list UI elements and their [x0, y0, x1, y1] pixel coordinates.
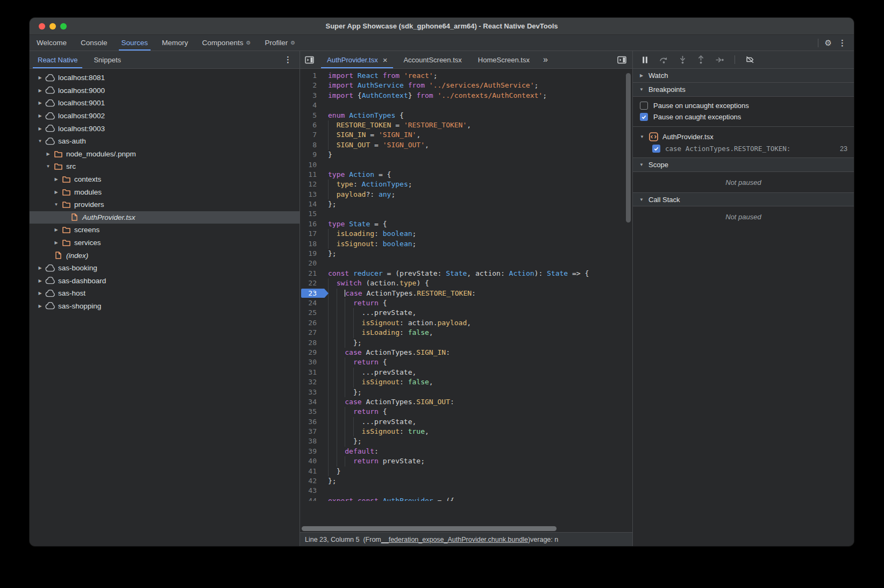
line-number[interactable]: 33	[300, 388, 324, 397]
code-line-text[interactable]: };	[324, 436, 632, 446]
line-number[interactable]: 26	[300, 318, 324, 328]
code-line-text[interactable]	[324, 486, 632, 496]
code-line-text[interactable]: RESTORE_TOKEN = 'RESTORE_TOKEN',	[324, 120, 632, 130]
vertical-scrollbar[interactable]	[626, 73, 631, 223]
line-number[interactable]: 2	[300, 81, 324, 90]
chevron-right-icon[interactable]: ▶	[52, 177, 60, 182]
tree-item-sas-host[interactable]: ▶sas-host	[30, 287, 300, 300]
line-number[interactable]: 44	[300, 496, 324, 501]
code-line-text[interactable]: isLoading: boolean;	[324, 229, 632, 239]
line-number[interactable]: 17	[300, 229, 324, 239]
line-number[interactable]: 32	[300, 377, 324, 387]
code-line-text[interactable]: type State = {	[324, 219, 632, 229]
line-number[interactable]: 3	[300, 91, 324, 101]
code-line-text[interactable]: import {AuthContext} from '../contexts/A…	[324, 91, 632, 101]
tab-memory[interactable]: Memory	[155, 35, 195, 51]
line-number[interactable]: 40	[300, 456, 324, 466]
scope-section-header[interactable]: ▼ Scope	[633, 158, 854, 172]
step-over-icon[interactable]	[659, 56, 668, 64]
line-number[interactable]: 20	[300, 259, 324, 268]
code-line-text[interactable]: enum ActionTypes {	[324, 111, 632, 120]
horizontal-scrollbar[interactable]	[302, 526, 557, 531]
chevron-down-icon[interactable]: ▼	[52, 202, 60, 207]
tree-item-localhost-9003[interactable]: ▶localhost:9003	[30, 122, 300, 135]
code-line-text[interactable]: }	[324, 467, 632, 476]
code-line-text[interactable]	[324, 209, 632, 219]
line-number[interactable]: 16	[300, 219, 324, 229]
code-line-text[interactable]: default:	[324, 447, 632, 456]
line-number[interactable]: 24	[300, 298, 324, 308]
chevron-down-icon[interactable]: ▼	[44, 164, 52, 169]
line-number[interactable]: 36	[300, 417, 324, 427]
line-number[interactable]: 34	[300, 397, 324, 407]
line-number[interactable]: 39	[300, 447, 324, 456]
tree-item-modules[interactable]: ▶modules	[30, 185, 300, 198]
breakpoint-file-header[interactable]: ▼AuthProvider.tsx	[633, 130, 854, 144]
toggle-navigator-icon[interactable]	[300, 56, 319, 64]
tree-item-index[interactable]: (index)	[30, 249, 300, 262]
line-number[interactable]: 28	[300, 338, 324, 348]
line-number[interactable]: 6	[300, 120, 324, 130]
breakpoint-marker[interactable]: 23	[300, 289, 324, 298]
code-line-text[interactable]: export const AuthProvider = ({	[324, 496, 632, 501]
code-line-text[interactable]: return {	[324, 357, 632, 367]
code-line-text[interactable]: type: ActionTypes;	[324, 180, 632, 189]
chevron-down-icon[interactable]: ▼	[36, 139, 44, 144]
line-number[interactable]: 21	[300, 269, 324, 278]
chevron-right-icon[interactable]: ▶	[36, 113, 44, 118]
line-number[interactable]: 31	[300, 368, 324, 377]
breakpoints-section-header[interactable]: ▼ Breakpoints	[633, 83, 854, 97]
line-number[interactable]: 25	[300, 308, 324, 318]
code-line-text[interactable]: isSignout: boolean;	[324, 239, 632, 249]
code-line-text[interactable]: payload?: any;	[324, 190, 632, 199]
code-line-text[interactable]: ...prevState,	[324, 308, 632, 318]
line-number[interactable]: 1	[300, 71, 324, 81]
code-line-text[interactable]: isSignout: true,	[324, 427, 632, 436]
code-line-text[interactable]: import React from 'react';	[324, 71, 632, 81]
checkbox-pause-on-uncaught-exceptions[interactable]	[640, 102, 648, 110]
line-number[interactable]: 38	[300, 436, 324, 446]
line-number[interactable]: 41	[300, 467, 324, 476]
tab-components[interactable]: Components⚙	[195, 35, 258, 51]
step-icon[interactable]	[715, 56, 724, 64]
line-number[interactable]: 11	[300, 170, 324, 180]
toggle-debugger-sidebar-icon[interactable]	[611, 56, 632, 64]
tree-item-node-modules-pnpm[interactable]: ▶node_modules/.pnpm	[30, 148, 300, 161]
code-line-text[interactable]: }	[324, 150, 632, 160]
code-line-text[interactable]: case ActionTypes.SIGN_OUT:	[324, 397, 632, 407]
code-line-text[interactable]: type Action = {	[324, 170, 632, 180]
code-line-text[interactable]	[324, 259, 632, 268]
tree-item-localhost-9001[interactable]: ▶localhost:9001	[30, 97, 300, 110]
close-tab-icon[interactable]: ×	[383, 56, 388, 64]
code-line-text[interactable]: };	[324, 388, 632, 397]
chevron-right-icon[interactable]: ▶	[52, 240, 60, 245]
code-line-text[interactable]: isLoading: false,	[324, 328, 632, 338]
line-number[interactable]: 18	[300, 239, 324, 249]
code-line-text[interactable]: SIGN_IN = 'SIGN_IN',	[324, 130, 632, 140]
chevron-right-icon[interactable]: ▶	[52, 227, 60, 232]
code-line-text[interactable]: return prevState;	[324, 456, 632, 466]
code-line-text[interactable]: case ActionTypes.SIGN_IN:	[324, 348, 632, 357]
line-number[interactable]: 22	[300, 278, 324, 288]
tab-welcome[interactable]: Welcome	[30, 35, 74, 51]
tree-item-services[interactable]: ▶services	[30, 236, 300, 249]
tree-item-localhost-9000[interactable]: ▶localhost:9000	[30, 84, 300, 97]
tab-console[interactable]: Console	[74, 35, 115, 51]
code-line-text[interactable]: };	[324, 338, 632, 348]
code-line-text[interactable]: return {	[324, 298, 632, 308]
code-line-text[interactable]: const reducer = (prevState: State, actio…	[324, 269, 632, 278]
source-bundle-link[interactable]: __federation_expose_AuthProvider.chunk.b…	[381, 536, 528, 543]
editor-tab-authprovider-tsx[interactable]: AuthProvider.tsx×	[319, 51, 395, 68]
chevron-right-icon[interactable]: ▶	[36, 304, 44, 309]
tree-item-src[interactable]: ▼src	[30, 160, 300, 173]
code-line-text[interactable]: };	[324, 199, 632, 209]
editor-tab-homescreen-tsx[interactable]: HomeScreen.tsx	[470, 51, 538, 68]
navigator-tab-snippets[interactable]: Snippets	[85, 51, 129, 68]
code-line-text[interactable]: };	[324, 476, 632, 486]
pause-icon[interactable]	[641, 56, 649, 64]
tree-item-sas-auth[interactable]: ▼sas-auth	[30, 135, 300, 148]
chevron-right-icon[interactable]: ▶	[36, 126, 44, 131]
breakpoint-entry[interactable]: case ActionTypes.RESTORE_TOKEN:23	[633, 144, 854, 154]
tree-item-sas-booking[interactable]: ▶sas-booking	[30, 262, 300, 275]
chevron-right-icon[interactable]: ▶	[36, 101, 44, 105]
